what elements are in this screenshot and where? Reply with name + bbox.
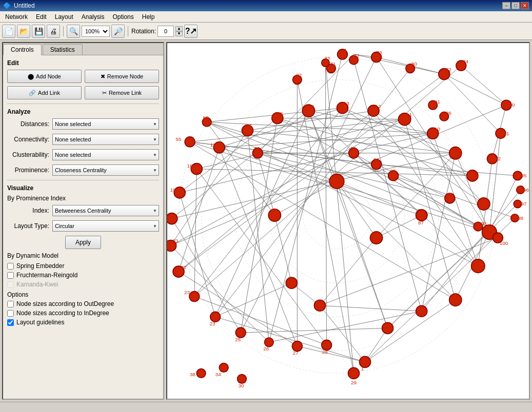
options-section: Options Node sizes according to OutDegre…: [7, 291, 159, 326]
svg-text:27: 27: [293, 350, 299, 356]
open-button[interactable]: 📂: [17, 25, 30, 38]
remove-link-button[interactable]: ✂ Remove Link: [85, 86, 159, 99]
layout-type-row: Layout Type: Circular Random Grid: [7, 220, 159, 232]
svg-line-16: [337, 181, 455, 300]
tab-controls[interactable]: Controls: [3, 44, 42, 55]
menu-options[interactable]: Options: [108, 12, 137, 22]
rotation-down[interactable]: ▼: [175, 31, 183, 36]
svg-text:29: 29: [351, 380, 357, 385]
svg-text:84: 84: [463, 58, 469, 64]
help-button[interactable]: ?↗: [184, 25, 198, 38]
svg-line-78: [444, 74, 501, 134]
svg-text:85: 85: [333, 174, 340, 179]
rotation-input[interactable]: [157, 26, 174, 37]
spring-embedder-row: Spring Embedder: [7, 262, 159, 270]
title-bar: 🔷 Untitled – □ ✕: [0, 0, 532, 11]
svg-text:21: 21: [173, 238, 179, 243]
distances-row: Distances: None selected: [7, 118, 159, 130]
svg-text:23: 23: [210, 321, 216, 326]
menu-network[interactable]: Network: [1, 12, 32, 22]
prominence-select[interactable]: None selected Closeness Centrality Betwe…: [52, 164, 159, 176]
svg-text:9: 9: [459, 151, 462, 157]
add-link-icon: 🔗: [29, 90, 36, 96]
title-bar-controls: – □ ✕: [502, 2, 529, 9]
svg-text:73: 73: [377, 50, 383, 55]
divider-2: [7, 180, 159, 180]
spring-embedder-checkbox[interactable]: [7, 263, 14, 270]
svg-text:81: 81: [435, 99, 441, 105]
svg-text:16: 16: [246, 123, 252, 129]
add-link-button[interactable]: 🔗 Add Link: [7, 86, 82, 99]
menu-layout[interactable]: Layout: [51, 12, 77, 22]
visualize-section-label: Visualize: [7, 184, 159, 192]
menu-help[interactable]: Help: [138, 12, 159, 22]
svg-text:60: 60: [373, 231, 380, 236]
kamanda-row: Kamanda-Kwei: [7, 281, 159, 288]
prominence-row: Prominence: None selected Closeness Cent…: [7, 164, 159, 176]
layout-type-label: Layout Type:: [7, 222, 52, 230]
remove-node-button[interactable]: ✖ Remove Node: [85, 70, 159, 83]
kamanda-checkbox[interactable]: [7, 281, 14, 288]
index-select-wrapper: Betweeness Centrality Closeness Centrali…: [52, 205, 159, 216]
svg-line-102: [190, 142, 422, 215]
svg-line-58: [241, 328, 387, 333]
layout-type-select[interactable]: Circular Random Grid: [52, 220, 159, 232]
prominence-label: Prominence:: [7, 167, 52, 174]
svg-line-64: [377, 215, 422, 238]
maximize-button[interactable]: □: [511, 2, 520, 9]
toolbar-separator-1: [63, 26, 64, 36]
fruchterman-label: Fruchterman-Reingold: [16, 272, 77, 279]
svg-text:91: 91: [503, 131, 509, 136]
remove-node-label: Remove Node: [107, 73, 143, 79]
layout-type-select-wrapper: Circular Random Grid: [52, 220, 159, 232]
rotation-spinners: ▲ ▼: [175, 26, 183, 36]
edit-btn-row-1: ⬤ Add Node ✖ Remove Node: [7, 70, 159, 83]
svg-line-5: [365, 328, 388, 362]
svg-text:82: 82: [446, 67, 452, 72]
fruchterman-checkbox[interactable]: [7, 272, 14, 279]
zoom-in-button[interactable]: 🔍: [67, 25, 80, 38]
zoom-select[interactable]: 50% 75% 100% 125% 150% 200%: [82, 26, 110, 37]
clusterability-select[interactable]: None selected: [52, 149, 159, 160]
add-node-icon: ⬤: [28, 73, 34, 80]
add-node-button[interactable]: ⬤ Add Node: [7, 70, 82, 83]
divider-1: [7, 104, 159, 104]
menu-analysis[interactable]: Analysis: [77, 12, 109, 22]
svg-point-159: [514, 200, 521, 208]
connectivity-select[interactable]: None selected: [52, 134, 159, 145]
svg-point-117: [348, 367, 360, 379]
layout-guidelines-checkbox[interactable]: [7, 319, 14, 326]
menu-edit[interactable]: Edit: [32, 12, 51, 22]
left-panel: Controls Statistics Edit ⬤ Add Node ✖ Re…: [2, 42, 164, 400]
save-button[interactable]: 💾: [32, 25, 45, 38]
clusterability-select-wrapper: None selected: [52, 149, 159, 160]
distances-select[interactable]: None selected: [52, 118, 159, 130]
svg-line-68: [207, 122, 274, 215]
node-size-indegree-row: Node sizes according to InDegree: [7, 310, 159, 317]
print-button[interactable]: 🖨: [47, 25, 60, 38]
rotation-up[interactable]: ▲: [175, 26, 183, 31]
app-title: Untitled: [14, 2, 35, 9]
svg-text:8: 8: [476, 174, 479, 179]
close-button[interactable]: ✕: [521, 2, 529, 9]
zoom-icon[interactable]: 🔎: [111, 25, 125, 38]
index-select[interactable]: Betweeness Centrality Closeness Centrali…: [52, 205, 159, 216]
svg-text:33: 33: [324, 55, 330, 61]
minimize-button[interactable]: –: [502, 2, 510, 9]
visualize-section: Visualize By Prominence Index Index: Bet…: [7, 184, 159, 326]
clusterability-row: Clusterability: None selected: [7, 149, 159, 160]
node-size-indegree-checkbox[interactable]: [7, 310, 14, 317]
svg-text:7: 7: [487, 202, 490, 208]
graph-area[interactable]: 29 30 38 34 1 23 25 26 27 28: [166, 42, 530, 400]
new-button[interactable]: 📄: [2, 25, 15, 38]
node-size-outdegree-row: Node sizes according to OutDegree: [7, 300, 159, 307]
apply-button[interactable]: Apply: [65, 236, 101, 249]
svg-line-77: [444, 74, 506, 106]
layout-guidelines-row: Layout guidelines: [7, 319, 159, 326]
svg-line-47: [247, 131, 269, 342]
svg-text:35: 35: [350, 146, 357, 151]
toolbar: 📄 📂 💾 🖨 🔍 50% 75% 100% 125% 150% 200% 🔎 …: [0, 23, 532, 40]
fruchterman-row: Fruchterman-Reingold: [7, 272, 159, 279]
node-size-outdegree-checkbox[interactable]: [7, 301, 14, 307]
tab-statistics[interactable]: Statistics: [43, 44, 83, 55]
